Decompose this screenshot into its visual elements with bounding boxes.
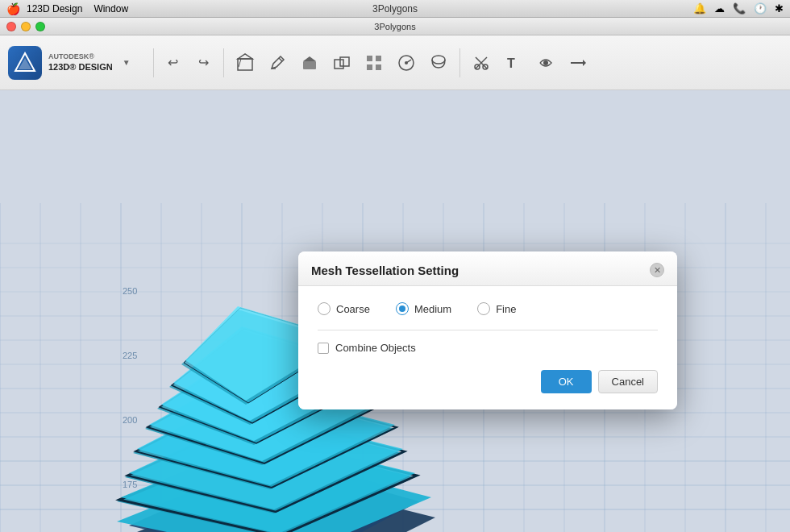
radio-medium-label: Medium — [414, 303, 451, 315]
autodesk-logo-svg — [14, 52, 36, 74]
combine-objects-checkbox[interactable] — [318, 343, 329, 354]
combine-icon — [332, 53, 351, 73]
tessellation-radio-group: Coarse Medium Fine — [318, 302, 658, 315]
os-right-icons: 🔔 ☁ 📞 🕐 ✱ — [693, 2, 784, 15]
scissors-tool[interactable] — [467, 48, 496, 77]
scissors-icon — [472, 53, 491, 73]
svg-point-16 — [432, 56, 445, 64]
snap-tool[interactable] — [531, 48, 560, 77]
svg-marker-24 — [583, 60, 586, 66]
svg-rect-9 — [340, 57, 349, 66]
undo-button[interactable]: ↩ — [160, 50, 186, 76]
radio-fine-label: Fine — [496, 303, 516, 315]
combine-objects-label: Combine Objects — [335, 342, 416, 354]
undo-redo-group: ↩ ↪ — [160, 50, 217, 76]
combine-objects-row: Combine Objects — [318, 342, 658, 354]
ok-button[interactable]: OK — [541, 370, 592, 393]
radio-coarse-circle[interactable] — [318, 302, 331, 315]
modify-tool[interactable] — [295, 48, 324, 77]
app-window-title: 3Polygons — [374, 22, 415, 31]
text-icon: T — [504, 53, 523, 73]
svg-rect-2 — [238, 59, 252, 70]
measure-icon — [397, 53, 416, 73]
svg-rect-6 — [303, 61, 316, 69]
dialog-title: Mesh Tessellation Setting — [311, 264, 459, 277]
svg-rect-8 — [335, 60, 343, 69]
close-button[interactable] — [6, 22, 16, 31]
logo-text: AUTODESK® 123D® DESIGN — [48, 52, 113, 73]
radio-medium-dot — [399, 305, 405, 312]
svg-line-4 — [239, 59, 241, 67]
logo-dropdown-arrow[interactable]: ▼ — [123, 58, 131, 67]
dialog-body: Coarse Medium Fine — [298, 286, 677, 409]
material-icon — [429, 53, 448, 73]
dialog-footer: OK Cancel — [318, 370, 658, 397]
sketch-icon — [268, 53, 287, 73]
measure-tool[interactable] — [392, 48, 421, 77]
pattern-tool[interactable] — [360, 48, 389, 77]
svg-marker-7 — [303, 56, 316, 61]
svg-rect-10 — [367, 56, 372, 61]
toolbar-divider-2 — [223, 48, 224, 77]
svg-text:T: T — [507, 56, 515, 70]
window-controls[interactable] — [6, 22, 45, 31]
primitive-icon — [235, 52, 256, 73]
app-toolbar: AUTODESK® 123D® DESIGN ▼ ↩ ↪ — [0, 35, 790, 90]
dialog-close-button[interactable]: ✕ — [650, 263, 664, 277]
radio-medium[interactable]: Medium — [396, 302, 451, 315]
svg-marker-1 — [19, 58, 31, 69]
radio-coarse-label: Coarse — [336, 303, 370, 315]
radio-fine[interactable]: Fine — [477, 302, 516, 315]
text-tool[interactable]: T — [499, 48, 528, 77]
menu-items: 123D Design Window — [27, 3, 128, 15]
menu-app[interactable]: 123D Design — [27, 3, 82, 15]
modify-icon — [300, 53, 319, 73]
toolbar-divider-1 — [153, 48, 154, 77]
cancel-button[interactable]: Cancel — [598, 370, 658, 393]
material-tool[interactable] — [424, 48, 453, 77]
radio-coarse[interactable]: Coarse — [318, 302, 370, 315]
logo-product: 123D® DESIGN — [48, 61, 113, 73]
svg-rect-13 — [376, 64, 381, 70]
apple-menu[interactable]: 🍎 — [6, 2, 20, 15]
dialog-separator — [318, 330, 658, 330]
viewport-3d[interactable]: 250 225 200 175 Mesh Tessellation Settin… — [0, 90, 790, 532]
svg-rect-11 — [376, 56, 381, 61]
tool-group-edit: T — [467, 48, 560, 77]
more-tools[interactable] — [563, 48, 592, 77]
sketch-tool[interactable] — [263, 48, 292, 77]
primitive-shapes-tool[interactable] — [231, 48, 260, 77]
tool-group-primitives — [231, 48, 453, 77]
logo-icon — [8, 46, 42, 80]
pattern-icon — [364, 53, 384, 73]
os-window-title: 3Polygons — [372, 3, 418, 15]
radio-medium-circle[interactable] — [396, 302, 409, 315]
minimize-button[interactable] — [21, 22, 31, 31]
svg-point-22 — [543, 60, 548, 65]
toolbar-divider-3 — [459, 48, 460, 77]
redo-button[interactable]: ↪ — [191, 50, 217, 76]
snap-icon — [536, 53, 555, 73]
app-logo: AUTODESK® 123D® DESIGN ▼ — [8, 46, 131, 80]
radio-fine-circle[interactable] — [477, 302, 490, 315]
logo-brand: AUTODESK® — [48, 52, 113, 62]
mesh-tessellation-dialog: Mesh Tessellation Setting ✕ Coarse — [298, 251, 677, 409]
mac-titlebar: 🍎 123D Design Window 3Polygons 🔔 ☁ 📞 🕐 ✱ — [0, 0, 790, 18]
combine-tool[interactable] — [327, 48, 356, 77]
svg-point-15 — [405, 61, 408, 64]
app-window-bar: 3Polygons — [0, 18, 790, 35]
maximize-button[interactable] — [35, 22, 45, 31]
menu-window[interactable]: Window — [94, 3, 128, 15]
modal-overlay: Mesh Tessellation Setting ✕ Coarse — [0, 90, 790, 532]
dialog-header: Mesh Tessellation Setting ✕ — [298, 251, 677, 286]
svg-marker-3 — [238, 54, 252, 59]
more-icon — [568, 53, 588, 73]
svg-rect-12 — [367, 64, 372, 70]
